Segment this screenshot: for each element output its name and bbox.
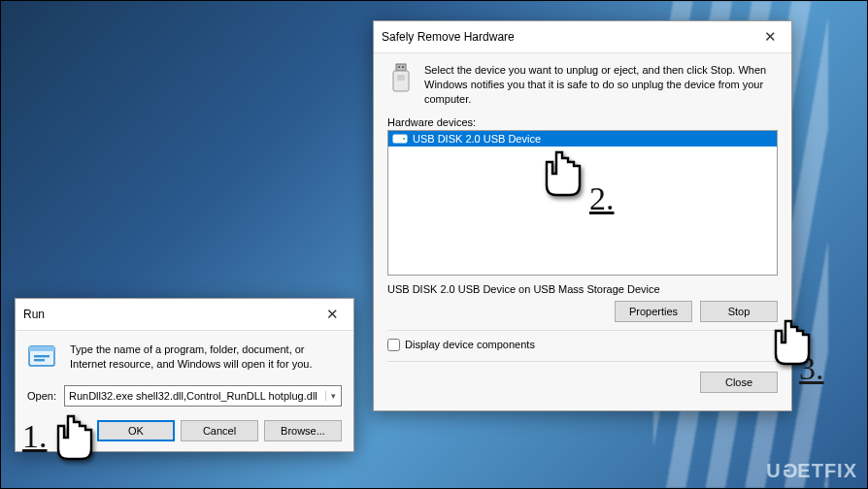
divider [387,330,778,331]
open-input[interactable] [65,390,325,402]
browse-button[interactable]: Browse... [264,420,342,441]
run-description: Type the name of a program, folder, docu… [70,342,342,372]
cancel-button[interactable]: Cancel [181,420,258,441]
svg-point-6 [403,138,405,140]
annotation-step-1: 1. [22,418,48,455]
display-components-checkbox[interactable] [387,339,400,351]
svg-rect-0 [396,64,406,71]
close-icon[interactable]: ✕ [318,305,346,324]
svg-rect-9 [34,355,50,357]
safely-remove-hardware-dialog: Safely Remove Hardware ✕ Select the devi… [373,20,792,411]
srh-titlebar[interactable]: Safely Remove Hardware ✕ [374,21,791,53]
open-combobox[interactable]: ▾ [64,385,342,407]
svg-rect-10 [34,359,45,361]
close-button[interactable]: Close [700,372,778,393]
svg-rect-3 [393,71,409,91]
run-body: Type the name of a program, folder, docu… [16,331,353,451]
stop-button[interactable]: Stop [700,301,778,322]
run-dialog: Run ✕ Type the name of a program, folder… [15,298,354,452]
device-item-usb-disk[interactable]: USB DISK 2.0 USB Device [388,131,777,147]
srh-description: Select the device you want to unplug or … [424,63,778,107]
watermark: UGETFIX [766,460,857,482]
close-icon[interactable]: ✕ [756,27,784,47]
device-item-label: USB DISK 2.0 USB Device [413,133,541,145]
chevron-down-icon[interactable]: ▾ [325,391,341,401]
hardware-devices-label: Hardware devices: [387,116,778,128]
run-titlebar[interactable]: Run ✕ [16,299,353,331]
device-list[interactable]: USB DISK 2.0 USB Device [387,130,778,276]
open-label: Open: [27,390,56,402]
run-program-icon [27,342,60,372]
srh-title: Safely Remove Hardware [382,30,515,44]
annotation-step-3: 3. [799,350,824,387]
drive-icon [392,133,408,145]
ok-button[interactable]: OK [97,420,175,441]
svg-rect-2 [402,66,404,68]
display-components-label: Display device components [405,339,535,350]
svg-rect-1 [398,66,400,68]
run-title: Run [23,308,45,321]
svg-rect-8 [29,346,54,351]
usb-icon [387,63,415,94]
selected-device-description: USB DISK 2.0 USB Device on USB Mass Stor… [387,283,778,295]
svg-rect-4 [397,75,405,81]
annotation-step-2: 2. [589,180,615,217]
properties-button[interactable]: Properties [615,301,692,322]
srh-body: Select the device you want to unplug or … [374,53,791,410]
